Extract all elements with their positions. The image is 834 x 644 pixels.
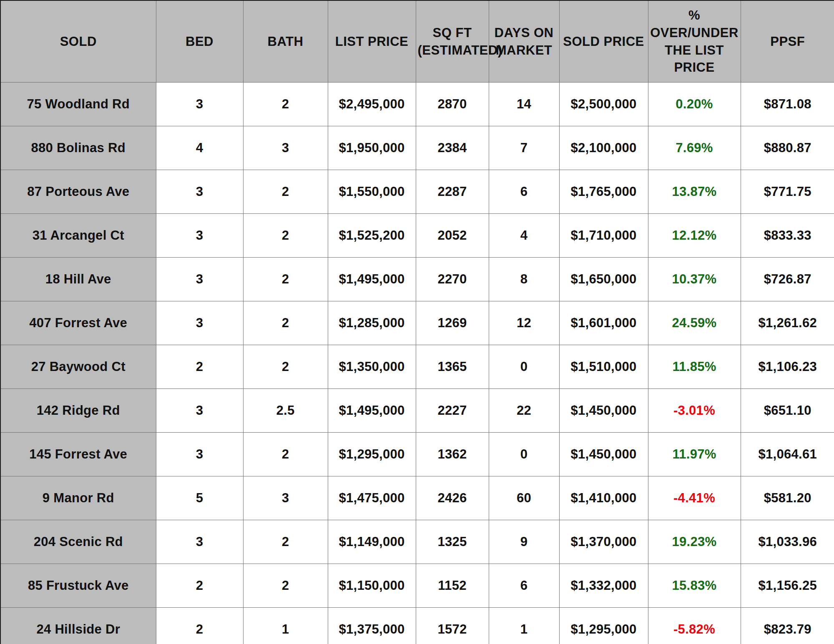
address-cell: 9 Manor Rd — [0, 476, 156, 520]
sold-price-cell: $2,100,000 — [559, 126, 648, 170]
table-row: 18 Hill Ave32$1,495,00022708$1,650,00010… — [0, 258, 834, 301]
table-row: 142 Ridge Rd32.5$1,495,000222722$1,450,0… — [0, 389, 834, 433]
sqft-estimated-cell: 2052 — [416, 214, 489, 258]
table-row: 75 Woodland Rd32$2,495,000287014$2,500,0… — [0, 83, 834, 126]
address-cell: 27 Baywood Ct — [0, 345, 156, 389]
sqft-estimated-cell: 2384 — [416, 126, 489, 170]
days-on-market-cell: 8 — [489, 258, 559, 301]
days-on-market-cell: 6 — [489, 170, 559, 214]
sqft-estimated-cell: 2426 — [416, 476, 489, 520]
table-row: 880 Bolinas Rd43$1,950,00023847$2,100,00… — [0, 126, 834, 170]
bath-cell: 1 — [243, 608, 328, 644]
list-price-cell: $1,285,000 — [328, 301, 416, 345]
bed-cell: 5 — [156, 476, 243, 520]
bed-cell: 3 — [156, 301, 243, 345]
list-price-cell: $1,525,200 — [328, 214, 416, 258]
column-header-pct-over-under: % OVER/UNDER THE LIST PRICE — [648, 0, 741, 83]
ppsf-cell: $726.87 — [741, 258, 834, 301]
days-on-market-cell: 22 — [489, 389, 559, 433]
sold-price-cell: $1,710,000 — [559, 214, 648, 258]
sqft-estimated-cell: 2227 — [416, 389, 489, 433]
bath-cell: 2 — [243, 301, 328, 345]
address-cell: 204 Scenic Rd — [0, 520, 156, 564]
ppsf-cell: $1,106.23 — [741, 345, 834, 389]
list-price-cell: $1,150,000 — [328, 564, 416, 608]
bed-cell: 3 — [156, 83, 243, 126]
sqft-estimated-cell: 1152 — [416, 564, 489, 608]
sqft-estimated-cell: 1362 — [416, 433, 489, 476]
list-price-cell: $1,350,000 — [328, 345, 416, 389]
sqft-estimated-cell: 1325 — [416, 520, 489, 564]
days-on-market-cell: 1 — [489, 608, 559, 644]
days-on-market-cell: 9 — [489, 520, 559, 564]
bath-cell: 2 — [243, 170, 328, 214]
address-cell: 407 Forrest Ave — [0, 301, 156, 345]
sold-listings-page: SOLDBEDBATHLIST PRICESQ FT (ESTIMATED)DA… — [0, 0, 834, 644]
address-cell: 145 Forrest Ave — [0, 433, 156, 476]
table-row: 31 Arcangel Ct32$1,525,20020524$1,710,00… — [0, 214, 834, 258]
ppsf-cell: $651.10 — [741, 389, 834, 433]
table-row: 24 Hillside Dr21$1,375,00015721$1,295,00… — [0, 608, 834, 644]
bath-cell: 2 — [243, 345, 328, 389]
list-price-cell: $1,950,000 — [328, 126, 416, 170]
bed-cell: 2 — [156, 564, 243, 608]
bed-cell: 3 — [156, 170, 243, 214]
sold-price-cell: $1,510,000 — [559, 345, 648, 389]
address-cell: 87 Porteous Ave — [0, 170, 156, 214]
table-row: 27 Baywood Ct22$1,350,00013650$1,510,000… — [0, 345, 834, 389]
sqft-estimated-cell: 2870 — [416, 83, 489, 126]
days-on-market-cell: 14 — [489, 83, 559, 126]
table-row: 145 Forrest Ave32$1,295,00013620$1,450,0… — [0, 433, 834, 476]
bath-cell: 2 — [243, 214, 328, 258]
address-cell: 75 Woodland Rd — [0, 83, 156, 126]
sold-price-cell: $1,450,000 — [559, 433, 648, 476]
bed-cell: 3 — [156, 389, 243, 433]
pct-over-under-cell: -3.01% — [648, 389, 741, 433]
days-on-market-cell: 12 — [489, 301, 559, 345]
column-header-ppsf: PPSF — [741, 0, 834, 83]
bath-cell: 3 — [243, 126, 328, 170]
bed-cell: 3 — [156, 258, 243, 301]
address-cell: 18 Hill Ave — [0, 258, 156, 301]
column-header-days-on-market: DAYS ON MARKET — [489, 0, 559, 83]
table-row: 85 Frustuck Ave22$1,150,00011526$1,332,0… — [0, 564, 834, 608]
bath-cell: 2 — [243, 520, 328, 564]
ppsf-cell: $771.75 — [741, 170, 834, 214]
bath-cell: 2 — [243, 433, 328, 476]
bed-cell: 2 — [156, 608, 243, 644]
table-body: 75 Woodland Rd32$2,495,000287014$2,500,0… — [0, 83, 834, 644]
ppsf-cell: $1,064.61 — [741, 433, 834, 476]
address-cell: 85 Frustuck Ave — [0, 564, 156, 608]
days-on-market-cell: 4 — [489, 214, 559, 258]
column-header-list-price: LIST PRICE — [328, 0, 416, 83]
bath-cell: 2.5 — [243, 389, 328, 433]
bed-cell: 3 — [156, 520, 243, 564]
address-cell: 142 Ridge Rd — [0, 389, 156, 433]
bed-cell: 2 — [156, 345, 243, 389]
sold-price-cell: $1,650,000 — [559, 258, 648, 301]
sold-price-cell: $1,601,000 — [559, 301, 648, 345]
pct-over-under-cell: -5.82% — [648, 608, 741, 644]
list-price-cell: $1,495,000 — [328, 389, 416, 433]
sqft-estimated-cell: 1365 — [416, 345, 489, 389]
column-header-sqft-estimated: SQ FT (ESTIMATED) — [416, 0, 489, 83]
ppsf-cell: $823.79 — [741, 608, 834, 644]
pct-over-under-cell: -4.41% — [648, 476, 741, 520]
days-on-market-cell: 0 — [489, 433, 559, 476]
ppsf-cell: $880.87 — [741, 126, 834, 170]
ppsf-cell: $871.08 — [741, 83, 834, 126]
list-price-cell: $1,495,000 — [328, 258, 416, 301]
pct-over-under-cell: 24.59% — [648, 301, 741, 345]
ppsf-cell: $581.20 — [741, 476, 834, 520]
sold-price-cell: $1,410,000 — [559, 476, 648, 520]
pct-over-under-cell: 11.97% — [648, 433, 741, 476]
address-cell: 24 Hillside Dr — [0, 608, 156, 644]
table-row: 9 Manor Rd53$1,475,000242660$1,410,000-4… — [0, 476, 834, 520]
table-row: 204 Scenic Rd32$1,149,00013259$1,370,000… — [0, 520, 834, 564]
bed-cell: 3 — [156, 214, 243, 258]
pct-over-under-cell: 7.69% — [648, 126, 741, 170]
pct-over-under-cell: 19.23% — [648, 520, 741, 564]
sqft-estimated-cell: 1269 — [416, 301, 489, 345]
list-price-cell: $1,550,000 — [328, 170, 416, 214]
address-cell: 31 Arcangel Ct — [0, 214, 156, 258]
